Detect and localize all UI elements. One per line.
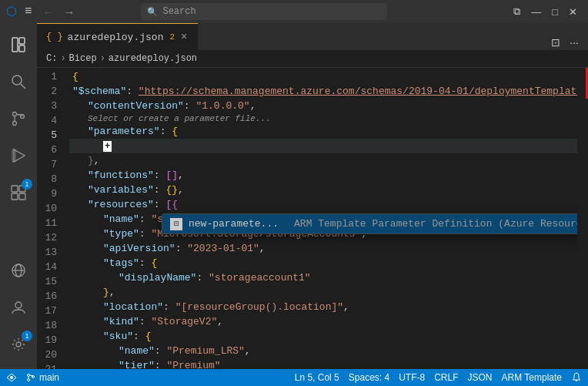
code-line-16: "location": "[resourceGroup().location]"… bbox=[69, 300, 577, 314]
svg-rect-10 bbox=[12, 186, 18, 192]
svg-rect-13 bbox=[19, 193, 25, 200]
svg-point-18 bbox=[16, 342, 21, 347]
svg-rect-1 bbox=[19, 38, 25, 44]
activity-bottom: 1 bbox=[0, 252, 37, 369]
breadcrumb-sep-1: › bbox=[60, 53, 65, 64]
activity-item-explorer[interactable] bbox=[0, 26, 37, 63]
right-scrollbar[interactable] bbox=[577, 68, 588, 369]
autocomplete-item-icon: ⊡ bbox=[170, 218, 182, 230]
status-notifications[interactable] bbox=[571, 372, 582, 383]
autocomplete-type: ARM Template Parameter Definition (Azure… bbox=[294, 216, 577, 231]
code-line-1: { bbox=[69, 69, 577, 84]
status-remote[interactable] bbox=[6, 372, 17, 383]
extensions-badge: 1 bbox=[22, 179, 32, 190]
svg-point-20 bbox=[28, 374, 30, 377]
search-bar[interactable]: 🔍 Search bbox=[141, 3, 387, 20]
editor-content: 1 2 3 4 5 6 7 8 9 10 11 12 13 14 15 16 1… bbox=[37, 68, 588, 369]
svg-rect-12 bbox=[12, 193, 18, 200]
code-line-2: "$schema": "https://schema.management.az… bbox=[69, 84, 577, 99]
line-numbers: 1 2 3 4 5 6 7 8 9 10 11 12 13 14 15 16 1… bbox=[37, 68, 69, 369]
code-line-3: "contentVersion": "1.0.0.0", bbox=[69, 99, 577, 113]
autocomplete-item[interactable]: ⊡ new-paramete... ARM Template Parameter… bbox=[162, 214, 577, 233]
main-layout: 1 1 bbox=[0, 23, 588, 369]
nav-forward-button[interactable]: → bbox=[61, 4, 79, 20]
status-bar: main Ln 5, Col 5 Spaces: 4 UTF-8 CRLF JS… bbox=[0, 369, 588, 386]
svg-point-21 bbox=[28, 379, 30, 381]
spaces-text: Spaces: 4 bbox=[349, 372, 389, 383]
svg-rect-0 bbox=[12, 38, 18, 52]
tab-close-button[interactable]: × bbox=[179, 30, 189, 44]
code-line-15: }, bbox=[69, 285, 577, 300]
split-editor-button[interactable]: ⧉ bbox=[509, 4, 525, 19]
status-branch[interactable]: main bbox=[26, 372, 59, 383]
title-bar: ⬡ ≡ ← → 🔍 Search ⧉ — □ ✕ bbox=[0, 0, 588, 23]
activity-item-run[interactable] bbox=[0, 137, 37, 174]
maximize-button[interactable]: □ bbox=[547, 4, 563, 19]
autocomplete-label: new-paramete... bbox=[189, 216, 279, 231]
vscode-icon: ⬡ bbox=[6, 4, 17, 19]
split-editor-tab-button[interactable]: ⊡ bbox=[548, 35, 563, 50]
code-line-17: "kind": "StorageV2", bbox=[69, 314, 577, 329]
code-line-8: "variables": {}, bbox=[69, 183, 577, 197]
more-actions-button[interactable]: ··· bbox=[566, 35, 582, 50]
activity-item-search[interactable] bbox=[0, 63, 37, 100]
search-label: Search bbox=[162, 6, 195, 17]
svg-point-6 bbox=[13, 122, 17, 126]
activity-bar: 1 1 bbox=[0, 23, 37, 369]
encoding-text: UTF-8 bbox=[399, 372, 425, 383]
code-line-14: "displayName": "storageaccount1" bbox=[69, 270, 577, 285]
search-icon: 🔍 bbox=[147, 7, 158, 17]
tab-bar: { } azuredeploy.json 2 × ⊡ ··· bbox=[37, 23, 588, 50]
code-line-7: "functions": [], bbox=[69, 168, 577, 183]
editor-area: { } azuredeploy.json 2 × ⊡ ··· C: › Bice… bbox=[37, 23, 588, 369]
tab-filename: azuredeploy.json bbox=[68, 32, 164, 43]
status-language[interactable]: JSON bbox=[468, 372, 493, 383]
code-line-5: + bbox=[69, 139, 577, 153]
minimize-button[interactable]: — bbox=[526, 4, 546, 19]
status-eol[interactable]: CRLF bbox=[434, 372, 458, 383]
autocomplete-popup[interactable]: ⊡ new-paramete... ARM Template Parameter… bbox=[162, 213, 577, 234]
window-controls: ⧉ — □ ✕ bbox=[509, 4, 582, 19]
schema-text: ARM Template bbox=[502, 372, 562, 383]
breadcrumb-part-c[interactable]: C: bbox=[46, 53, 57, 64]
activity-item-source-control[interactable] bbox=[0, 100, 37, 137]
breadcrumb-part-bicep[interactable]: Bicep bbox=[69, 53, 97, 64]
breadcrumb: C: › Bicep › azuredeploy.json bbox=[37, 50, 588, 68]
ln-col-text: Ln 5, Col 5 bbox=[295, 372, 339, 383]
nav-buttons: ← → bbox=[40, 4, 79, 20]
svg-point-3 bbox=[12, 76, 22, 85]
code-line-13: "tags": { bbox=[69, 256, 577, 270]
svg-point-5 bbox=[13, 112, 17, 116]
svg-point-17 bbox=[15, 302, 22, 308]
settings-badge: 1 bbox=[22, 331, 32, 341]
code-line-19: "name": "Premium_LRS", bbox=[69, 344, 577, 358]
nav-back-button[interactable]: ← bbox=[40, 4, 58, 20]
close-button[interactable]: ✕ bbox=[564, 4, 582, 19]
status-spaces[interactable]: Spaces: 4 bbox=[349, 372, 389, 383]
menu-icon[interactable]: ≡ bbox=[25, 5, 32, 18]
svg-rect-2 bbox=[19, 45, 25, 52]
code-line-9: "resources": [{ bbox=[69, 197, 577, 212]
code-line-4: "parameters": { bbox=[69, 124, 577, 139]
branch-name: main bbox=[39, 372, 59, 383]
editor-tab[interactable]: { } azuredeploy.json 2 × bbox=[37, 23, 198, 50]
tab-modified-indicator: 2 bbox=[169, 32, 175, 42]
status-ln-col[interactable]: Ln 5, Col 5 bbox=[295, 372, 339, 383]
code-line-6: }, ⊡ new-paramete... ARM Template Parame… bbox=[69, 153, 577, 168]
activity-item-extensions[interactable]: 1 bbox=[0, 174, 37, 211]
activity-item-remote[interactable] bbox=[0, 252, 37, 289]
tab-actions: ⊡ ··· bbox=[542, 35, 588, 50]
eol-text: CRLF bbox=[434, 372, 458, 383]
status-encoding[interactable]: UTF-8 bbox=[399, 372, 425, 383]
code-line-20: "tier": "Premium" bbox=[69, 358, 577, 369]
status-schema[interactable]: ARM Template bbox=[502, 372, 562, 383]
code-area[interactable]: { "$schema": "https://schema.management.… bbox=[69, 68, 577, 369]
code-line-18: "sku": { bbox=[69, 329, 577, 344]
language-text: JSON bbox=[468, 372, 493, 383]
tab-file-icon: { } bbox=[46, 32, 63, 42]
code-line-12: "apiVersion": "2023-01-01", bbox=[69, 241, 577, 256]
activity-item-settings[interactable]: 1 bbox=[0, 326, 37, 363]
activity-item-accounts[interactable] bbox=[0, 289, 37, 326]
code-hint-line: Select or create a parameter file... bbox=[69, 113, 577, 124]
breadcrumb-part-file[interactable]: azuredeploy.json bbox=[109, 53, 197, 64]
